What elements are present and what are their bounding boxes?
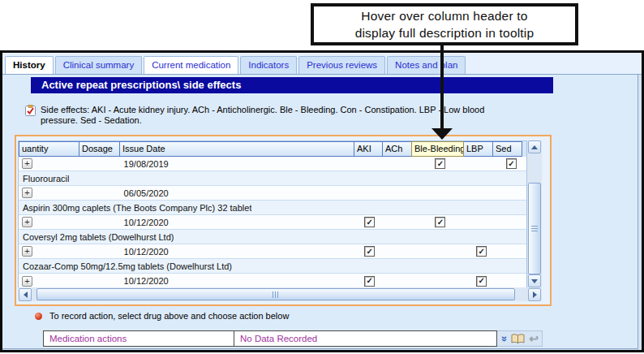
tab-strip: History Clinical summary Current medicat… [2, 53, 642, 75]
checkbox-checked[interactable]: ✓ [435, 158, 445, 169]
scroll-left-button[interactable] [19, 288, 32, 301]
drug-name-row[interactable]: Cozaar-Comp 50mg/12.5mg tablets (Dowelhu… [19, 259, 526, 274]
annotation-arrow-head-icon [431, 128, 453, 140]
issue-date-cell: 10/12/2020 [121, 247, 169, 257]
thumb-grip-icon [273, 291, 279, 298]
application-window: History Clinical summary Current medicat… [0, 50, 644, 352]
tab-clinical-summary[interactable]: Clinical summary [55, 56, 143, 74]
horizontal-scroll-thumb[interactable] [36, 288, 515, 300]
horizontal-scrollbar[interactable] [18, 287, 542, 301]
tab-current-medication[interactable]: Current medication [144, 56, 238, 74]
column-header-lbp[interactable]: LBP [463, 141, 493, 157]
vertical-scrollbar[interactable] [527, 140, 542, 287]
drug-name: Cozaar-Comp 50mg/12.5mg tablets (Dowelhu… [19, 261, 232, 271]
triangle-left-icon [24, 291, 28, 298]
checkbox-checked[interactable]: ✓ [364, 217, 375, 227]
column-header-issue-date[interactable]: Issue Date [119, 141, 354, 157]
medication-table: uantity Dosage Issue Date AKI ACh Ble-Bl… [18, 140, 527, 289]
section-title-bar: Active repeat prescriptions\ side effect… [31, 77, 553, 93]
expand-button[interactable]: + [22, 217, 32, 227]
column-header-sed[interactable]: Sed [492, 141, 522, 157]
instruction-line: To record action, select drug above and … [35, 311, 289, 321]
instruction-text: To record action, select drug above and … [49, 311, 289, 321]
drug-name: Fluorouracil [19, 174, 69, 183]
side-effects-note-icon [24, 105, 36, 117]
issue-date-cell: 10/12/2020 [121, 276, 169, 286]
annotation-arrow-line [440, 45, 444, 129]
issue-date-cell: 19/08/2019 [121, 159, 169, 169]
medication-actions-label[interactable]: Medication actions [43, 330, 234, 347]
drug-name: Aspirin 300mg caplets (The Boots Company… [19, 203, 251, 213]
checkbox-checked[interactable]: ✓ [364, 276, 375, 287]
checkbox-checked[interactable]: ✓ [476, 246, 487, 257]
red-bullet-icon [35, 313, 42, 320]
expand-button[interactable]: + [22, 246, 32, 257]
checkbox-checked[interactable]: ✓ [435, 217, 445, 227]
callout-text-line2: display full description in tooltip [355, 24, 535, 41]
checkbox-checked[interactable]: ✓ [364, 246, 375, 257]
table-row-issue[interactable]: + 10/12/2020 ✓ ✓ ✓ ✓ ✓ [19, 215, 526, 230]
callout-text-line1: Hover over column header to [361, 7, 527, 24]
drug-name-row[interactable]: Coversyl 2mg tablets (Dowelhurst Ltd) [19, 230, 526, 244]
tab-history[interactable]: History [5, 56, 54, 74]
drug-name-row[interactable]: Fluorouracil [19, 171, 526, 186]
issue-date-cell: 10/12/2020 [121, 218, 169, 227]
column-header-quantity[interactable]: uantity [19, 141, 79, 157]
scroll-up-button[interactable] [528, 140, 541, 153]
drug-name: Coversyl 2mg tablets (Dowelhurst Ltd) [19, 232, 174, 242]
expand-button[interactable]: + [22, 188, 32, 198]
annotation-callout: Hover over column header to display full… [311, 3, 578, 45]
column-header-ble-bleeding[interactable]: Ble-Bleeding [411, 141, 464, 157]
scroll-right-button[interactable] [528, 288, 541, 301]
icon-tray: « ↩ [497, 330, 543, 347]
triangle-up-icon [531, 145, 538, 149]
column-header-ach[interactable]: ACh [382, 141, 412, 157]
table-row-issue[interactable]: + 10/12/2020 ✓ ✓ ✓ ✓ ✓ [19, 244, 526, 259]
table-header-row: uantity Dosage Issue Date AKI ACh Ble-Bl… [19, 141, 526, 157]
tab-notes-and-plan[interactable]: Notes and plan [387, 56, 466, 74]
side-effects-legend-text: Side effects: AKI - Acute kidney injury.… [41, 105, 509, 126]
column-header-dosage[interactable]: Dosage [79, 141, 120, 157]
table-row-issue[interactable]: + 19/08/2019 ✓ ✓ ✓ ✓ ✓ [19, 157, 526, 171]
medication-actions-value[interactable]: No Data Recorded [234, 330, 497, 347]
thumb-grip-icon [531, 226, 538, 232]
content-area: Active repeat prescriptions\ side effect… [2, 75, 638, 349]
expand-button[interactable]: + [22, 158, 32, 169]
tab-previous-reviews[interactable]: Previous reviews [298, 56, 385, 74]
vertical-scroll-thumb[interactable] [528, 183, 541, 274]
medication-table-panel: uantity Dosage Issue Date AKI ACh Ble-Bl… [15, 135, 552, 306]
side-effects-legend: Side effects: AKI - Acute kidney injury.… [24, 105, 509, 126]
column-header-aki[interactable]: AKI [354, 141, 383, 157]
expand-button[interactable]: + [22, 276, 32, 287]
book-icon[interactable] [511, 334, 525, 344]
tab-indicators[interactable]: Indicators [240, 56, 297, 74]
chevron-double-down-icon[interactable]: « [497, 335, 509, 341]
reply-arrow-icon[interactable]: ↩ [529, 333, 539, 344]
medication-actions-bar[interactable]: Medication actions No Data Recorded « ↩ [43, 330, 543, 347]
screenshot-page: Hover over column header to display full… [0, 0, 644, 354]
table-row-issue[interactable]: + 06/05/2020 ✓ ✓ ✓ ✓ ✓ [19, 186, 526, 201]
table-row-issue[interactable]: + 10/12/2020 ✓ ✓ ✓ ✓ ✓ [19, 274, 526, 288]
issue-date-cell: 06/05/2020 [121, 188, 169, 198]
drug-name-row[interactable]: Aspirin 300mg caplets (The Boots Company… [19, 201, 526, 215]
scroll-down-button[interactable] [528, 274, 541, 287]
triangle-down-icon [531, 279, 538, 283]
checkbox-checked[interactable]: ✓ [476, 276, 487, 287]
checkbox-checked[interactable]: ✓ [506, 158, 517, 169]
triangle-right-icon [533, 291, 537, 298]
